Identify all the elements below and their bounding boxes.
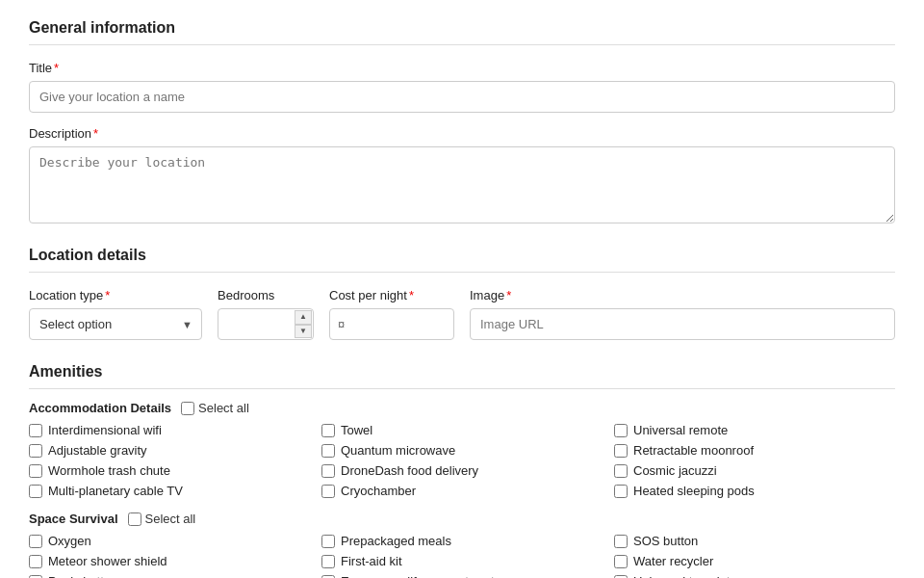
amenity-label: Towel — [341, 423, 372, 437]
cost-group: Cost per night* ¤ 100 — [329, 288, 454, 340]
amenity-item[interactable]: Multi-planetary cable TV — [29, 484, 310, 498]
amenity-label: Universal remote — [633, 423, 728, 437]
select-all-label-space-survival[interactable]: Select all — [128, 512, 196, 526]
amenity-group-header-accommodation: Accommodation DetailsSelect all — [29, 401, 895, 415]
amenity-item[interactable]: Oxygen — [29, 534, 310, 548]
image-url-input[interactable] — [470, 308, 895, 340]
amenity-item[interactable]: Emergency life support systems — [321, 574, 603, 578]
bedrooms-increment-button[interactable]: ▲ — [295, 310, 312, 325]
amenity-item[interactable]: Prepackaged meals — [321, 534, 603, 548]
amenity-group-accommodation: Accommodation DetailsSelect allInterdime… — [29, 401, 895, 498]
amenity-item[interactable]: Water recycler — [614, 554, 895, 568]
amenity-item[interactable]: Universal remote — [614, 423, 895, 437]
cost-input[interactable]: 100 — [329, 308, 454, 340]
amenity-item[interactable]: Universal translator — [614, 574, 895, 578]
amenity-item[interactable]: DroneDash food delivery — [321, 463, 603, 478]
bedrooms-spinner: ▲ ▼ — [295, 310, 312, 338]
amenities-section: Amenities Accommodation DetailsSelect al… — [29, 363, 895, 578]
title-label: Title* — [29, 61, 895, 75]
amenity-item[interactable]: First-aid kit — [321, 554, 603, 568]
amenity-label: Wormhole trash chute — [48, 463, 170, 478]
description-label: Description* — [29, 126, 895, 141]
amenity-label: Multi-planetary cable TV — [48, 484, 183, 498]
amenity-label: Interdimensional wifi — [48, 423, 162, 437]
amenity-label: Water recycler — [633, 554, 713, 568]
amenity-item[interactable]: Interdimensional wifi — [29, 423, 310, 437]
select-all-text-space-survival: Select all — [145, 512, 196, 526]
select-all-label-accommodation[interactable]: Select all — [181, 401, 249, 415]
title-field-group: Title* — [29, 61, 895, 113]
amenity-checkbox[interactable] — [321, 555, 335, 568]
select-all-checkbox-accommodation[interactable] — [181, 402, 194, 415]
description-field-group: Description* — [29, 126, 895, 223]
amenity-checkbox[interactable] — [321, 424, 335, 437]
amenity-item[interactable]: Wormhole trash chute — [29, 463, 310, 478]
amenity-groups-container: Accommodation DetailsSelect allInterdime… — [29, 401, 895, 578]
amenity-item[interactable]: Cryochamber — [321, 484, 603, 498]
amenity-checkbox[interactable] — [29, 464, 42, 478]
bedrooms-group: Bedrooms 1 ▲ ▼ — [218, 288, 314, 340]
amenity-item[interactable]: Panic button — [29, 574, 310, 578]
amenity-label: Meteor shower shield — [48, 554, 167, 568]
amenity-checkbox[interactable] — [29, 535, 42, 548]
amenity-item[interactable]: Adjustable gravity — [29, 443, 310, 458]
amenity-label: Oxygen — [48, 534, 91, 548]
cost-prefix-icon: ¤ — [338, 317, 345, 331]
amenity-checkbox[interactable] — [321, 575, 335, 579]
amenity-checkbox[interactable] — [614, 464, 628, 478]
amenity-label: Adjustable gravity — [48, 443, 147, 458]
amenity-checkbox[interactable] — [614, 424, 628, 437]
select-all-checkbox-space-survival[interactable] — [128, 512, 141, 526]
image-label: Image* — [470, 288, 895, 302]
bedrooms-decrement-button[interactable]: ▼ — [295, 325, 312, 339]
amenity-checkbox[interactable] — [614, 535, 628, 548]
amenity-item[interactable]: Quantum microwave — [321, 443, 603, 458]
title-input[interactable] — [29, 81, 895, 113]
bedrooms-input-wrapper: 1 ▲ ▼ — [218, 308, 314, 340]
amenity-item[interactable]: Cosmic jacuzzi — [614, 463, 895, 478]
location-type-group: Location type* Select option ▼ — [29, 288, 202, 340]
location-details-section: Location details Location type* Select o… — [29, 247, 895, 340]
location-details-title: Location details — [29, 247, 895, 273]
amenity-grid-accommodation: Interdimensional wifiTowelUniversal remo… — [29, 423, 895, 498]
amenity-label: Prepackaged meals — [341, 534, 451, 548]
amenity-item[interactable]: SOS button — [614, 534, 895, 548]
amenity-checkbox[interactable] — [321, 535, 335, 548]
select-all-text-accommodation: Select all — [198, 401, 249, 415]
general-info-title: General information — [29, 19, 895, 45]
description-input[interactable] — [29, 146, 895, 223]
amenity-checkbox[interactable] — [29, 485, 42, 498]
amenity-checkbox[interactable] — [321, 464, 335, 478]
location-type-label: Location type* — [29, 288, 202, 302]
amenity-group-title-space-survival: Space Survival — [29, 512, 118, 526]
amenity-label: Panic button — [48, 574, 117, 578]
amenity-checkbox[interactable] — [321, 444, 335, 458]
amenity-item[interactable]: Towel — [321, 423, 603, 437]
cost-input-wrapper: ¤ 100 — [329, 308, 454, 340]
amenity-checkbox[interactable] — [29, 555, 42, 568]
amenity-checkbox[interactable] — [29, 444, 42, 458]
amenity-label: First-aid kit — [341, 554, 402, 568]
amenity-label: Emergency life support systems — [341, 574, 518, 578]
amenity-label: SOS button — [633, 534, 698, 548]
amenity-item[interactable]: Heated sleeping pods — [614, 484, 895, 498]
location-type-select[interactable]: Select option — [29, 308, 202, 340]
amenity-group-space-survival: Space SurvivalSelect allOxygenPrepackage… — [29, 512, 895, 578]
amenity-label: Retractable moonroof — [633, 443, 754, 458]
amenity-checkbox[interactable] — [614, 444, 628, 458]
amenity-label: Cosmic jacuzzi — [633, 463, 717, 478]
amenity-item[interactable]: Meteor shower shield — [29, 554, 310, 568]
amenity-checkbox[interactable] — [614, 555, 628, 568]
amenity-label: Cryochamber — [341, 484, 416, 498]
amenity-checkbox[interactable] — [29, 424, 42, 437]
amenity-checkbox[interactable] — [614, 485, 628, 498]
location-type-select-wrapper: Select option ▼ — [29, 308, 202, 340]
general-info-section: General information Title* Description* — [29, 19, 895, 223]
amenity-label: Universal translator — [633, 574, 741, 578]
amenity-group-header-space-survival: Space SurvivalSelect all — [29, 512, 895, 526]
bedrooms-label: Bedrooms — [218, 288, 314, 302]
amenity-checkbox[interactable] — [29, 575, 42, 579]
amenity-checkbox[interactable] — [321, 485, 335, 498]
amenity-item[interactable]: Retractable moonroof — [614, 443, 895, 458]
amenity-checkbox[interactable] — [614, 575, 628, 579]
